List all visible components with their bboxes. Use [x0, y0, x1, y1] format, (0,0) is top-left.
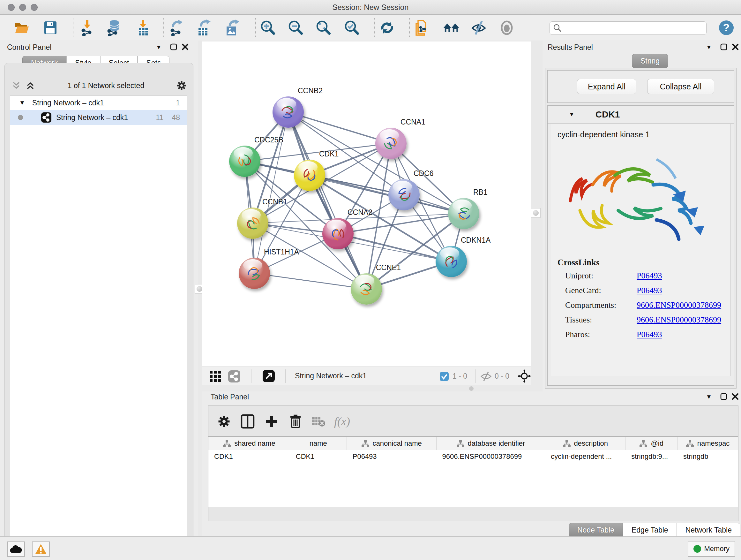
node-label-ccnb1: CCNB1	[262, 198, 287, 206]
network-node-cdk1[interactable]	[294, 160, 325, 191]
warning-status-button[interactable]	[32, 542, 50, 557]
column-type-icon	[639, 440, 648, 447]
collapse-all-icon[interactable]	[12, 81, 21, 90]
network-node-hist1h1a[interactable]	[239, 258, 270, 289]
network-node-cdc6[interactable]	[388, 179, 420, 210]
gene-collapse-icon[interactable]: ▼	[569, 111, 575, 118]
zoom-in-button[interactable]	[260, 19, 276, 36]
grid-mode-icon[interactable]	[209, 370, 221, 382]
column-header-shared-name[interactable]: shared name	[208, 437, 290, 450]
export-image-button[interactable]	[223, 19, 240, 36]
zoom-out-button[interactable]	[287, 19, 304, 36]
import-network-database-button[interactable]	[105, 19, 122, 36]
collection-expand-icon[interactable]: ▼	[19, 99, 25, 106]
expand-all-button[interactable]: Expand All	[577, 79, 636, 94]
results-tab-string[interactable]: String	[632, 54, 668, 68]
add-column-button[interactable]	[263, 413, 280, 430]
zoom-selected-button[interactable]	[344, 19, 360, 36]
tab-network-table[interactable]: Network Table	[677, 523, 740, 537]
refresh-button[interactable]	[379, 19, 395, 36]
import-network-file-button[interactable]	[78, 19, 95, 36]
control-panel-close-button[interactable]	[181, 43, 189, 51]
open-session-button[interactable]	[13, 19, 30, 36]
results-panel-close-button[interactable]	[731, 43, 739, 51]
right-splitter[interactable]	[531, 41, 542, 391]
netbar-separator	[285, 369, 286, 383]
expand-all-icon[interactable]	[26, 81, 36, 90]
main-toolbar: ?	[0, 15, 741, 40]
column-header-label: canonical name	[373, 439, 422, 448]
network-node-ccna2[interactable]	[322, 218, 354, 249]
network-options-gear-icon[interactable]	[177, 80, 187, 91]
results-panel-maximize-button[interactable]	[720, 43, 728, 51]
table-cell[interactable]: 9606.ENSP00000378699	[436, 450, 545, 463]
selected-checkbox-icon[interactable]	[440, 372, 449, 381]
table-panel-float-button[interactable]: ▼	[706, 393, 712, 400]
gene-description: cyclin-dependent kinase 1	[557, 130, 650, 139]
import-table-button[interactable]	[135, 19, 151, 36]
network-node-ccnb2[interactable]	[273, 97, 304, 128]
table-cell[interactable]: CDK1	[290, 450, 347, 463]
table-cell[interactable]: CDK1	[208, 450, 290, 463]
network-node-ccnb1[interactable]	[237, 207, 268, 239]
table-cell[interactable]: stringdb	[677, 450, 738, 463]
fit-content-crosshair-icon[interactable]	[518, 369, 531, 383]
network-canvas[interactable]: CCNB2CCNA1CDC25BCDK1CDC6RB1CCNB1CCNA2CDK…	[202, 42, 531, 367]
show-columns-button[interactable]	[239, 413, 256, 430]
tab-edge-table[interactable]: Edge Table	[623, 523, 677, 537]
zoom-fit-button[interactable]	[315, 19, 332, 36]
show-all-button[interactable]	[498, 19, 515, 36]
network-node-rb1[interactable]	[448, 198, 479, 229]
help-button[interactable]: ?	[718, 19, 735, 36]
column-header-description[interactable]: description	[545, 437, 625, 450]
table-settings-button[interactable]	[215, 413, 232, 430]
crosslink-link[interactable]: 9606.ENSP00000378699	[636, 315, 721, 325]
network-share-icon[interactable]	[228, 370, 241, 383]
hide-selected-button[interactable]	[470, 19, 487, 36]
network-collection-row[interactable]: ▼ String Network – cdk1 1	[10, 96, 187, 110]
results-panel-float-button[interactable]: ▼	[706, 44, 712, 51]
column-header-database-identifier[interactable]: database identifier	[436, 437, 545, 450]
table-cell[interactable]: cyclin-dependent ...	[545, 450, 625, 463]
network-row[interactable]: String Network – cdk1 11 48	[10, 110, 187, 125]
gene-header-row[interactable]: ▼ CDK1	[548, 106, 734, 124]
open-view-window-icon[interactable]	[262, 370, 275, 382]
network-node-ccne1[interactable]	[351, 273, 382, 305]
right-splitter-handle[interactable]	[531, 208, 541, 218]
search-input[interactable]	[564, 24, 706, 32]
control-panel-maximize-button[interactable]	[170, 43, 178, 51]
crosslink-link[interactable]: P06493	[636, 271, 662, 281]
crosslink-link[interactable]: P06493	[636, 286, 662, 295]
save-session-button[interactable]	[42, 19, 59, 36]
first-neighbors-button[interactable]	[443, 19, 460, 36]
crosslink-label: Uniprot:	[565, 271, 593, 281]
table-panel-maximize-button[interactable]	[720, 393, 728, 400]
export-table-button[interactable]	[195, 19, 212, 36]
network-node-cdkn1a[interactable]	[435, 246, 467, 277]
memory-button[interactable]: Memory	[688, 541, 735, 557]
column-type-icon	[223, 440, 231, 447]
table-panel-close-button[interactable]	[731, 393, 739, 400]
control-panel-float-button[interactable]: ▼	[156, 44, 162, 51]
delete-column-button[interactable]	[287, 413, 304, 430]
left-splitter[interactable]	[198, 41, 202, 537]
crosslink-link[interactable]: 9606.ENSP00000378699	[636, 300, 721, 310]
cloud-status-button[interactable]	[7, 542, 25, 557]
column-header-@id[interactable]: @id	[625, 437, 677, 450]
column-header-namespac[interactable]: namespac	[677, 437, 738, 450]
delete-table-button[interactable]	[310, 413, 327, 430]
network-node-ccna1[interactable]	[375, 128, 407, 159]
collapse-all-button[interactable]: Collapse All	[647, 79, 714, 94]
function-builder-button[interactable]: f(x)	[333, 413, 351, 430]
crosslink-label: Compartments:	[565, 300, 616, 310]
export-network-button[interactable]	[169, 19, 185, 36]
network-node-cdc25b[interactable]	[229, 145, 260, 177]
column-header-name[interactable]: name	[290, 437, 347, 450]
crosslink-link[interactable]: P06493	[636, 330, 662, 339]
column-header-canonical-name[interactable]: canonical name	[347, 437, 436, 450]
table-cell[interactable]: P06493	[347, 450, 436, 463]
table-row[interactable]: CDK1CDK1P064939606.ENSP00000378699cyclin…	[208, 450, 738, 463]
tab-node-table[interactable]: Node Table	[569, 523, 623, 537]
duplicate-network-button[interactable]	[414, 19, 430, 36]
table-cell[interactable]: stringdb:9...	[625, 450, 677, 463]
